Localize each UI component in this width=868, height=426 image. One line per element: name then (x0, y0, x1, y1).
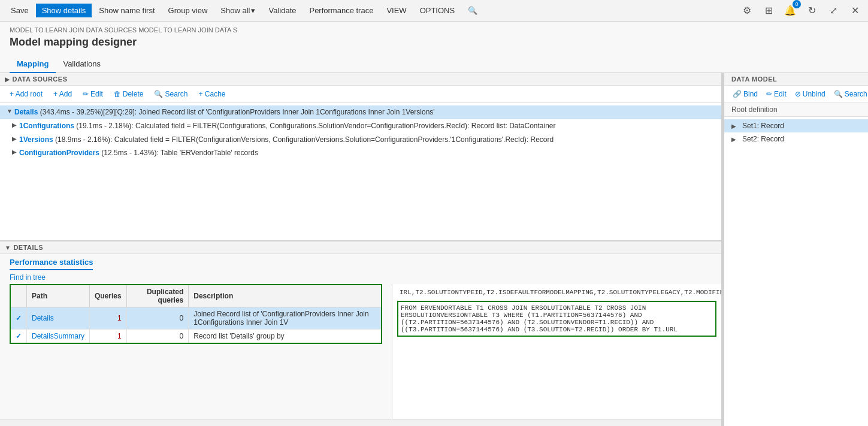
dm-label-set1: Set1: Record (742, 122, 784, 130)
row1-path[interactable]: Details (27, 307, 90, 330)
office-icon-button[interactable]: ⊞ (760, 2, 777, 19)
dm-search-icon: 🔍 (834, 90, 843, 98)
notification-count: 0 (793, 0, 801, 8)
dm-toggle-set1[interactable]: ▶ (731, 123, 740, 129)
search-button[interactable]: 🔍 Search (149, 88, 192, 100)
col-check (10, 285, 27, 307)
row2-dup: 0 (126, 330, 189, 344)
toolbar: Save Show details Show name first Group … (0, 0, 868, 22)
show-name-first-button[interactable]: Show name first (93, 4, 161, 17)
performance-trace-button[interactable]: Performance trace (303, 4, 379, 17)
data-sources-action-bar: + Add root + Add ✏ Edit 🗑 Delete 🔍 Se (0, 86, 721, 103)
search-toolbar-button[interactable]: 🔍 (462, 4, 483, 17)
tree-toggle-1configurations[interactable]: ▶ (10, 122, 19, 128)
dup-queries-count-2: 0 (180, 332, 184, 340)
dm-search-label: Search (845, 90, 867, 98)
details-toggle-icon[interactable]: ▼ (5, 244, 11, 251)
dm-edit-icon: ✏ (766, 90, 772, 98)
details-label: DETAILS (13, 244, 43, 251)
table-row[interactable]: ✓ Details 1 0 Joined Record list of 'Con… (10, 307, 382, 330)
options-button[interactable]: OPTIONS (414, 4, 461, 17)
tab-validations[interactable]: Validations (56, 56, 108, 73)
data-sources-tree: ▼ Details Details (343.4ms - 39.25%)[29]… (0, 103, 721, 240)
settings-icon-button[interactable]: ⚙ (739, 2, 755, 19)
tree-item-details[interactable]: ▼ Details Details (343.4ms - 39.25%)[29]… (0, 105, 721, 119)
row2-queries: 1 (90, 330, 127, 344)
breadcrumb: MODEL TO LEARN JOIN DATA SOURCES MODEL T… (10, 26, 858, 34)
delete-button[interactable]: 🗑 Delete (109, 88, 149, 100)
table-section: Path Queries Duplicated queries Descript… (0, 284, 392, 419)
row1-check: ✓ (10, 307, 27, 330)
bind-button[interactable]: 🔗 Bind (729, 88, 761, 100)
close-button[interactable]: ✕ (846, 2, 863, 19)
group-view-button[interactable]: Group view (162, 4, 214, 17)
data-model-tree: ▶ Set1: Record ▶ Set2: Record (724, 117, 868, 426)
view-button[interactable]: VIEW (380, 4, 412, 17)
data-model-header: DATA MODEL (724, 73, 868, 86)
unbind-button[interactable]: ⊘ Unbind (791, 88, 829, 100)
tree-label-details: Details Details (343.4ms - 39.25%)[29][Q… (14, 107, 716, 117)
show-details-button[interactable]: Show details (36, 4, 92, 17)
save-button[interactable]: Save (5, 4, 35, 17)
right-panel: DATA MODEL 🔗 Bind ✏ Edit ⊘ Unbind 🔍 Sear… (724, 73, 868, 426)
col-dup-queries: Duplicated queries (126, 285, 189, 307)
dm-edit-button[interactable]: ✏ Edit (763, 88, 790, 100)
notification-badge: 🔔 0 (782, 2, 799, 19)
main-container: MODEL TO LEARN JOIN DATA SOURCES MODEL T… (0, 22, 868, 426)
edit-button[interactable]: ✏ Edit (78, 88, 108, 100)
row1-desc: Joined Record list of 'ConfigurationProv… (189, 307, 382, 330)
row1-dup: 0 (126, 307, 189, 330)
tree-item-configproviders[interactable]: ▶ ConfigurationProviders (12.5ms - 1.43%… (0, 146, 721, 160)
bind-icon: 🔗 (733, 90, 742, 98)
tree-toggle-configproviders[interactable]: ▶ (10, 149, 19, 155)
dm-edit-label: Edit (774, 90, 787, 98)
page-title: Model mapping designer (10, 36, 858, 49)
content-split: ▶ DATA SOURCES + Add root + Add ✏ Edit 🗑 (0, 73, 868, 426)
cache-button[interactable]: + Cache (193, 88, 230, 100)
data-sources-toggle[interactable]: ▶ (5, 76, 10, 83)
search-icon: 🔍 (154, 90, 163, 98)
data-sources-section: ▶ DATA SOURCES + Add root + Add ✏ Edit 🗑 (0, 73, 721, 240)
table-wrapper: Path Queries Duplicated queries Descript… (0, 284, 392, 344)
delete-label: Delete (123, 90, 144, 98)
sql-upper-text: IRL,T2.SOLUTIONTYPEID,T2.ISDEFAULTFORMOD… (395, 286, 719, 298)
horizontal-scrollbar[interactable] (0, 419, 721, 426)
tree-item-1versions[interactable]: ▶ 1Versions (18.9ms - 2.16%): Calculated… (0, 133, 721, 147)
tree-toggle-details[interactable]: ▼ (5, 108, 14, 114)
data-sources-label: DATA SOURCES (13, 75, 68, 83)
data-sources-header: ▶ DATA SOURCES (0, 73, 721, 86)
search-label: Search (165, 90, 187, 98)
delete-icon: 🗑 (114, 90, 121, 98)
root-definition: Root definition (724, 103, 868, 117)
add-root-button[interactable]: + Add root (5, 88, 47, 100)
dm-item-set1[interactable]: ▶ Set1: Record (724, 119, 868, 132)
dm-toggle-set2[interactable]: ▶ (731, 136, 740, 143)
data-model-actions: 🔗 Bind ✏ Edit ⊘ Unbind 🔍 Search (724, 86, 868, 103)
open-external-button[interactable]: ⤢ (825, 2, 842, 19)
row2-check: ✓ (10, 330, 27, 344)
edit-label: Edit (90, 90, 103, 98)
row2-path[interactable]: DetailsSummary (27, 330, 90, 344)
path-link-details-summary[interactable]: DetailsSummary (32, 332, 84, 340)
dm-search-button[interactable]: 🔍 Search (830, 88, 868, 100)
refresh-button[interactable]: ↻ (803, 2, 820, 19)
details-section: ▼ DETAILS Performance statistics Find in… (0, 240, 721, 426)
table-header-row: Path Queries Duplicated queries Descript… (10, 285, 382, 307)
show-all-button[interactable]: Show all ▾ (214, 4, 261, 17)
row2-desc: Record list 'Details' group by (189, 330, 382, 344)
validate-button[interactable]: Validate (262, 4, 302, 17)
find-in-tree-link[interactable]: Find in tree (10, 273, 46, 282)
dm-item-set2[interactable]: ▶ Set2: Record (724, 132, 868, 146)
show-all-label: Show all (220, 6, 250, 15)
table-row[interactable]: ✓ DetailsSummary 1 0 Record list 'Detail… (10, 330, 382, 344)
queries-count-2: 1 (117, 332, 122, 340)
dup-queries-count: 0 (180, 314, 184, 322)
tree-toggle-1versions[interactable]: ▶ (10, 135, 19, 142)
tree-item-1configurations[interactable]: ▶ 1Configurations (19.1ms - 2.18%): Calc… (0, 119, 721, 133)
left-panel: ▶ DATA SOURCES + Add root + Add ✏ Edit 🗑 (0, 73, 722, 426)
path-link-details[interactable]: Details (32, 314, 54, 322)
add-button[interactable]: + Add (49, 88, 77, 100)
bind-label: Bind (743, 90, 758, 98)
tab-mapping[interactable]: Mapping (10, 56, 56, 73)
details-header[interactable]: ▼ DETAILS (0, 241, 721, 254)
